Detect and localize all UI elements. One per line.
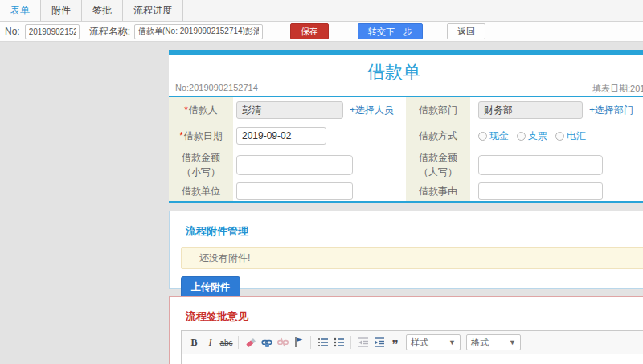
toolbar: No: 流程名称: 保存 转交下一步 返回 <box>0 22 643 42</box>
tab-process-progress[interactable]: 流程进度 <box>123 0 183 21</box>
editor-toolbar: B I abc <box>182 331 643 354</box>
amount-uppercase-label: 借款金额（大写） <box>406 149 470 181</box>
toolbar-separator <box>310 336 311 349</box>
bold-icon[interactable]: B <box>186 335 202 350</box>
loan-unit-input[interactable] <box>236 182 353 200</box>
back-button[interactable]: 返回 <box>447 23 485 39</box>
italic-icon[interactable]: I <box>203 335 218 350</box>
radio-cash-circle[interactable] <box>478 132 487 141</box>
format-dropdown[interactable]: 格式▼ <box>466 334 521 350</box>
panel-bottom-bar <box>169 201 643 203</box>
department-input[interactable] <box>478 101 583 119</box>
loan-form-grid: *借款人 +选择人员 借款部门 +选择部门 *借款日期 借款方式 现金 支票 电… <box>169 97 643 201</box>
loan-date-label: *借款日期 <box>169 123 233 149</box>
form-number: No:20190902152714 <box>175 83 258 92</box>
no-label: No: <box>5 26 20 37</box>
approval-panel: 流程签批意见 B I abc <box>169 296 643 364</box>
loan-reason-input[interactable] <box>478 182 603 200</box>
strikethrough-icon[interactable]: abc <box>219 335 234 350</box>
approval-section-title: 流程签批意见 <box>186 309 643 324</box>
radio-wire-circle[interactable] <box>555 132 564 141</box>
radio-cheque-circle[interactable] <box>517 132 526 141</box>
tab-attachment[interactable]: 附件 <box>41 0 82 21</box>
attachment-section-title: 流程附件管理 <box>186 224 643 239</box>
select-department-link[interactable]: +选择部门 <box>589 104 633 117</box>
amount-uppercase-input[interactable] <box>478 155 603 175</box>
numbered-list-icon[interactable] <box>315 335 330 350</box>
chevron-down-icon: ▼ <box>509 338 516 346</box>
loan-reason-label: 借款事由 <box>406 181 470 201</box>
next-step-button[interactable]: 转交下一步 <box>358 23 423 39</box>
rich-text-editor: B I abc <box>181 330 643 364</box>
process-name-label: 流程名称: <box>89 25 130 39</box>
outdent-icon[interactable] <box>355 335 371 350</box>
loan-unit-label: 借款单位 <box>169 181 233 201</box>
no-attachment-alert: 还没有附件! <box>181 247 643 269</box>
blockquote-icon[interactable]: ” <box>387 335 403 350</box>
remove-format-icon[interactable] <box>243 335 258 350</box>
borrower-label: *借款人 <box>169 97 233 123</box>
radio-wire-transfer[interactable]: 电汇 <box>555 129 586 143</box>
anchor-flag-icon[interactable] <box>291 335 306 350</box>
bullet-list-icon[interactable] <box>331 335 346 350</box>
tab-approval[interactable]: 签批 <box>82 0 123 21</box>
tab-form[interactable]: 表单 <box>0 0 41 21</box>
loan-date-input[interactable] <box>236 127 326 145</box>
save-button[interactable]: 保存 <box>290 23 329 39</box>
attachment-panel: 流程附件管理 还没有附件! 上传附件 <box>169 211 643 289</box>
department-label: 借款部门 <box>406 97 470 123</box>
radio-cheque[interactable]: 支票 <box>517 129 547 143</box>
amount-lowercase-input[interactable] <box>236 155 353 175</box>
amount-lowercase-label: 借款金额（小写） <box>169 149 233 181</box>
loan-method-label: 借款方式 <box>406 123 470 149</box>
toolbar-separator <box>238 336 239 349</box>
link-icon[interactable] <box>259 335 274 350</box>
select-person-link[interactable]: +选择人员 <box>350 104 394 117</box>
radio-cash[interactable]: 现金 <box>478 129 509 143</box>
no-input[interactable] <box>25 24 80 39</box>
panel-top-bar <box>169 50 643 55</box>
editor-content-area[interactable] <box>182 354 643 364</box>
form-fill-date: 填表日期:2019-09-02 15:27:1 <box>592 83 643 95</box>
toolbar-separator <box>350 336 351 349</box>
indent-icon[interactable] <box>371 335 387 350</box>
styles-dropdown[interactable]: 样式▼ <box>406 334 461 350</box>
loan-form-panel: 借款单 No:20190902152714 填表日期:2019-09-02 15… <box>169 50 643 203</box>
tab-bar: 表单 附件 签批 流程进度 <box>0 0 643 22</box>
process-name-input[interactable] <box>134 24 263 39</box>
borrower-input[interactable] <box>236 101 343 119</box>
upload-attachment-button[interactable]: 上传附件 <box>181 276 240 298</box>
chevron-down-icon: ▼ <box>448 338 456 346</box>
content-area: 借款单 No:20190902152714 填表日期:2019-09-02 15… <box>0 42 643 364</box>
unlink-icon[interactable] <box>275 335 290 350</box>
